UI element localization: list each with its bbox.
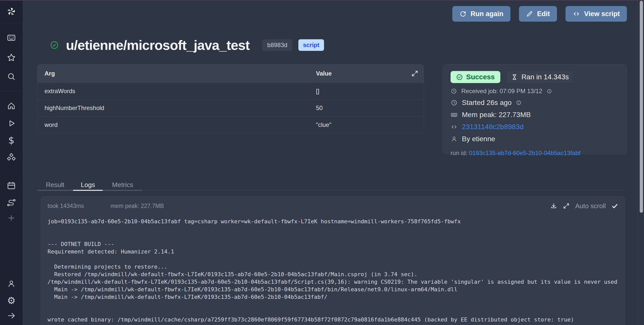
run-id-label: run id: xyxy=(451,150,467,156)
check-icon xyxy=(611,203,618,209)
started-row: Started 26s ago xyxy=(451,98,619,108)
page-title: u/etienne/microsoft_java_test xyxy=(66,37,250,53)
args-table: Arg Value extraWords [] highNumberThresh… xyxy=(37,64,424,133)
arg-value: 50 xyxy=(316,104,424,112)
refresh-icon xyxy=(459,10,466,17)
header-actions: Run again Edit View script xyxy=(452,6,627,22)
sidebar-item-account[interactable] xyxy=(6,279,16,289)
mem-peak-label: Mem peak: 227.73MB xyxy=(462,111,531,119)
expand-args-icon[interactable] xyxy=(411,70,419,77)
arg-name: extraWords xyxy=(37,88,316,95)
table-row: word "clue" xyxy=(37,116,424,133)
sidebar-item-add[interactable] xyxy=(6,213,16,223)
play-icon xyxy=(7,119,16,128)
sidebar-item-apps[interactable] xyxy=(6,33,16,43)
mem-peak-row: Mem peak: 227.73MB xyxy=(451,110,619,120)
code-icon xyxy=(573,10,580,18)
log-header: took 14343ms mem peak: 227.7MB Auto scro… xyxy=(48,197,618,215)
star-icon xyxy=(7,53,16,62)
job-info-panel: Success Ran in 14.343s Received job: 07:… xyxy=(443,64,627,154)
sidebar-item-schedules[interactable] xyxy=(6,181,16,191)
download-logs-icon[interactable] xyxy=(550,202,557,209)
sidebar-item-search[interactable] xyxy=(6,71,16,82)
duration-label: Ran in 14.343s xyxy=(521,73,569,81)
arg-name: highNumberThreshold xyxy=(37,104,316,112)
gear-icon: ⚙ xyxy=(7,296,16,305)
status-label: Success xyxy=(466,73,495,81)
pencil-icon xyxy=(526,10,533,17)
window-accent-line xyxy=(0,0,644,1)
log-text: job=0193c135-ab7d-60e5-2b10-04b5ac13fabf… xyxy=(48,218,618,323)
sidebar-item-favorites[interactable] xyxy=(6,53,16,63)
run-again-label: Run again xyxy=(470,10,503,18)
edit-label: Edit xyxy=(537,10,550,18)
sidebar-item-home[interactable] xyxy=(6,101,16,111)
title-row: u/etienne/microsoft_java_test b8983d scr… xyxy=(50,37,324,53)
keyboard-icon xyxy=(7,33,16,43)
args-table-header: Arg Value xyxy=(37,64,424,83)
table-row: extraWords [] xyxy=(37,83,424,99)
sidebar-divider xyxy=(0,91,23,91)
log-took: took 14343ms xyxy=(48,203,84,209)
search-icon xyxy=(7,72,16,81)
sidebar: $ xyxy=(0,0,23,325)
calendar-icon xyxy=(7,181,16,191)
log-mem-peak: mem peak: 227.7MB xyxy=(110,203,164,209)
code-icon xyxy=(451,123,458,130)
status-badge: Success xyxy=(451,71,500,83)
sidebar-item-runs[interactable] xyxy=(6,118,16,128)
log-panel: took 14343ms mem peak: 227.7MB Auto scro… xyxy=(41,196,625,325)
run-id-link[interactable]: 0193c135-ab7d-60e5-2b10-04b5ac13fabf xyxy=(469,150,580,156)
script-hash-link[interactable]: 23131148c2b8983d xyxy=(462,123,524,131)
table-row: highNumberThreshold 50 xyxy=(37,99,424,116)
sidebar-collapse[interactable] xyxy=(6,311,16,321)
sidebar-item-flows[interactable] xyxy=(6,198,16,208)
arg-column-header: Arg xyxy=(37,70,316,77)
log-controls: Auto scroll xyxy=(550,202,618,210)
tab-logs[interactable]: Logs xyxy=(73,179,103,190)
auto-scroll-checkbox[interactable] xyxy=(611,203,618,209)
sidebar-item-settings[interactable]: ⚙ xyxy=(6,296,16,306)
success-check-icon xyxy=(50,41,59,50)
value-column-header: Value xyxy=(316,70,411,77)
result-tabs: Result Logs Metrics xyxy=(37,179,142,190)
status-row: Success Ran in 14.343s xyxy=(451,71,619,83)
expand-logs-icon[interactable] xyxy=(563,202,570,209)
sidebar-item-variables[interactable]: $ xyxy=(6,135,16,145)
route-icon xyxy=(7,198,16,207)
tab-metrics[interactable]: Metrics xyxy=(103,179,142,190)
scrollbar-thumb[interactable] xyxy=(640,1,643,213)
clock-icon xyxy=(451,88,457,94)
tab-result[interactable]: Result xyxy=(37,179,73,190)
started-label: Started 26s ago xyxy=(462,99,512,107)
auto-scroll-label: Auto scroll xyxy=(575,202,606,210)
arg-value: [] xyxy=(316,88,424,95)
author-row: By etienne xyxy=(451,134,619,144)
view-script-button[interactable]: View script xyxy=(566,6,627,22)
windmill-logo-icon xyxy=(6,6,17,17)
received-row: Received job: 07:09 PM 13/12 xyxy=(451,87,619,96)
windmill-run-page: $ xyxy=(0,0,644,325)
user-icon xyxy=(451,135,458,142)
cubes-icon xyxy=(6,152,16,162)
home-icon xyxy=(7,101,16,111)
script-hash-row: 23131148c2b8983d xyxy=(451,122,619,132)
info-icon[interactable] xyxy=(547,89,552,94)
run-id-row: run id: 0193c135-ab7d-60e5-2b10-04b5ac13… xyxy=(451,150,619,157)
plus-icon xyxy=(7,214,16,222)
version-badge: b8983d xyxy=(262,39,292,51)
run-again-button[interactable]: Run again xyxy=(452,6,510,22)
check-circle-icon xyxy=(456,74,463,81)
received-label: Received job: 07:09 PM 13/12 xyxy=(461,88,542,95)
clock-icon xyxy=(451,99,458,106)
edit-button[interactable]: Edit xyxy=(519,6,557,22)
windmill-logo[interactable] xyxy=(0,0,23,23)
author-label: By etienne xyxy=(462,135,495,143)
user-icon xyxy=(7,279,16,288)
duration-chip: Ran in 14.343s xyxy=(507,71,573,83)
info-icon[interactable] xyxy=(516,100,521,105)
memory-icon xyxy=(451,111,458,118)
sidebar-item-resources[interactable] xyxy=(6,152,16,162)
dollar-icon: $ xyxy=(8,135,14,145)
arg-value: "clue" xyxy=(316,121,424,128)
